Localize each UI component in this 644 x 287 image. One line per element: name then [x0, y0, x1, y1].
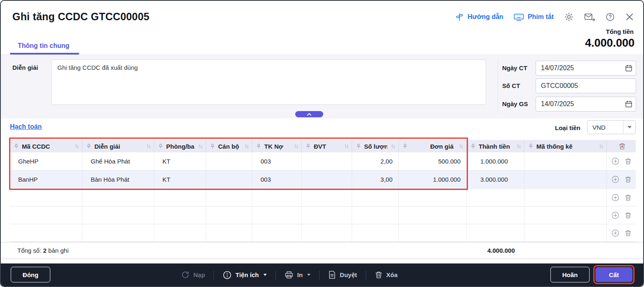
cell-tk-no[interactable]: 003 — [252, 152, 302, 170]
sort-icon[interactable] — [344, 144, 349, 149]
settings-gear-icon[interactable] — [564, 12, 574, 22]
delete-button[interactable]: Xóa — [375, 271, 398, 279]
cell-empty[interactable] — [154, 206, 206, 224]
cell-can-bo[interactable] — [206, 152, 252, 170]
cell-empty[interactable] — [302, 189, 352, 206]
doc-date-input[interactable] — [536, 61, 636, 76]
pin-icon[interactable] — [210, 144, 215, 149]
delete-row-icon[interactable] — [625, 230, 632, 237]
delete-row-icon[interactable] — [625, 212, 632, 219]
cell-empty[interactable] — [524, 189, 607, 206]
cell-empty[interactable] — [399, 224, 467, 242]
col-header-dien-giai[interactable]: Diễn giải — [82, 140, 154, 152]
cell-phong-ban[interactable]: KT — [154, 171, 206, 188]
delete-row-icon[interactable] — [625, 176, 632, 183]
delete-row-icon[interactable] — [625, 194, 632, 201]
cell-ma-thong-ke[interactable] — [524, 171, 607, 188]
cell-empty[interactable] — [352, 189, 399, 206]
cell-empty[interactable] — [252, 189, 302, 206]
add-row-icon[interactable] — [611, 176, 619, 183]
cell-empty[interactable] — [82, 224, 154, 242]
save-button[interactable]: Cất — [595, 267, 632, 282]
sort-icon[interactable] — [244, 144, 249, 149]
cell-dvt[interactable] — [302, 152, 352, 170]
cell-empty[interactable] — [524, 206, 607, 224]
cell-empty[interactable] — [10, 206, 82, 224]
cell-empty[interactable] — [467, 189, 524, 206]
accounting-section-link[interactable]: Hạch toán — [10, 123, 42, 130]
guide-link[interactable]: Hướng dẫn — [455, 13, 503, 21]
sort-icon[interactable] — [599, 144, 604, 149]
pin-icon[interactable] — [471, 144, 475, 149]
pin-icon[interactable] — [403, 144, 407, 149]
sort-icon[interactable] — [74, 144, 80, 149]
cell-phong-ban[interactable]: KT — [154, 152, 206, 170]
cell-empty[interactable] — [10, 189, 82, 206]
col-header-dvt[interactable]: ĐVT — [302, 140, 352, 152]
cell-don-gia[interactable]: 500.000 — [399, 152, 467, 170]
add-row-icon[interactable] — [611, 194, 619, 202]
cell-empty[interactable] — [82, 189, 154, 206]
description-input[interactable]: Ghi tăng CCDC đã xuất dùng — [51, 59, 486, 105]
sort-icon[interactable] — [516, 144, 522, 149]
postpone-button[interactable]: Hoãn — [550, 267, 590, 282]
col-header-thanh-tien[interactable]: Thành tiền — [467, 140, 524, 152]
col-header-ma-ccdc[interactable]: Mã CCDC — [10, 140, 82, 152]
pin-icon[interactable] — [306, 144, 310, 149]
col-header-phong-ban[interactable]: Phòng/ban — [154, 140, 206, 152]
col-header-ma-thong-ke[interactable]: Mã thống kê — [524, 140, 607, 152]
approve-button[interactable]: Duyệt — [328, 270, 357, 279]
calendar-icon[interactable] — [625, 100, 632, 108]
shortcut-link[interactable]: Phím tắt — [514, 13, 554, 21]
pin-icon[interactable] — [87, 144, 91, 149]
cell-empty[interactable] — [10, 224, 82, 242]
cell-empty[interactable] — [302, 206, 352, 224]
cell-thanh-tien[interactable]: 3.000.000 — [467, 171, 524, 188]
close-button[interactable]: Đóng — [11, 267, 50, 282]
currency-select[interactable]: VND — [587, 120, 636, 134]
cell-empty[interactable] — [467, 224, 524, 242]
cell-empty[interactable] — [352, 224, 399, 242]
cell-dvt[interactable] — [302, 171, 352, 188]
print-button[interactable]: In — [284, 271, 310, 279]
cell-empty[interactable] — [399, 189, 467, 206]
cell-can-bo[interactable] — [206, 171, 252, 188]
pin-icon[interactable] — [256, 144, 261, 149]
cell-tk-no[interactable]: 003 — [252, 171, 302, 188]
cell-ma-thong-ke[interactable] — [524, 152, 607, 170]
doc-no-input[interactable] — [536, 78, 636, 93]
send-mail-icon[interactable] — [584, 12, 595, 22]
cell-empty[interactable] — [252, 206, 302, 224]
cell-ma-ccdc[interactable]: BanHP — [10, 171, 82, 188]
sort-icon[interactable] — [198, 144, 203, 149]
cell-empty[interactable] — [154, 224, 206, 242]
cell-empty[interactable] — [206, 189, 252, 206]
cell-empty[interactable] — [82, 206, 154, 224]
help-icon[interactable] — [606, 12, 615, 21]
add-row-icon[interactable] — [611, 211, 619, 219]
cell-empty[interactable] — [352, 206, 399, 224]
col-header-tk-no[interactable]: TK Nợ — [252, 140, 302, 152]
cell-empty[interactable] — [206, 206, 252, 224]
cell-so-luong[interactable]: 2,00 — [352, 152, 399, 170]
sort-icon[interactable] — [458, 144, 464, 149]
post-date-input[interactable] — [536, 97, 636, 111]
cell-empty[interactable] — [252, 224, 302, 242]
add-row-icon[interactable] — [611, 229, 619, 237]
cell-empty[interactable] — [154, 189, 206, 206]
pin-icon[interactable] — [158, 144, 163, 149]
cell-empty[interactable] — [302, 224, 352, 242]
col-header-don-gia[interactable]: Đơn giá — [399, 140, 467, 152]
col-header-delete-all[interactable] — [607, 140, 636, 152]
cell-empty[interactable] — [467, 206, 524, 224]
cell-empty[interactable] — [399, 206, 467, 224]
reload-button[interactable]: Nạp — [181, 270, 205, 279]
chevron-down-icon[interactable] — [307, 274, 310, 276]
col-header-can-bo[interactable]: Cán bộ — [206, 140, 252, 152]
cell-empty[interactable] — [206, 224, 252, 242]
cell-dien-giai[interactable]: Ghế Hòa Phát — [82, 152, 154, 170]
sort-icon[interactable] — [146, 144, 151, 149]
add-row-icon[interactable] — [611, 157, 619, 165]
collapse-section-button[interactable] — [295, 111, 323, 117]
calendar-icon[interactable] — [625, 64, 632, 72]
